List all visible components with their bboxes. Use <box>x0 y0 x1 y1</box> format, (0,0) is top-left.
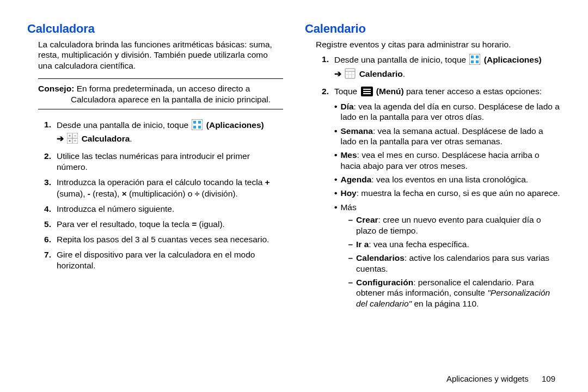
mas-suboptions: Crear: cree un nuevo evento para cualqui… <box>340 215 561 309</box>
opt-mes: Mes: vea el mes en curso. Desplácese hac… <box>334 150 561 171</box>
tip-label: Consejo: <box>38 84 74 93</box>
opt-hoy: Hoy: muestra la fecha en curso, si es qu… <box>334 188 561 198</box>
tip-block: Consejo: En forma predeterminada, un acc… <box>38 78 283 109</box>
calc-step-3: 3. Introduzca la operación para el cálcu… <box>38 177 283 199</box>
calc-step-2: 2. Utilice las teclas numéricas para int… <box>38 151 283 173</box>
sub-crear: Crear: cree un nuevo evento para cualqui… <box>348 215 561 236</box>
menu-options: Día: vea la agenda del día en curso. Des… <box>334 101 561 312</box>
svg-rect-13 <box>471 56 474 58</box>
heading-calculadora: Calculadora <box>27 22 283 36</box>
apps-icon <box>469 54 480 68</box>
opt-agenda: Agenda: vea los eventos en una lista cro… <box>334 174 561 185</box>
column-left: Calculadora La calculadora brinda las fu… <box>27 16 283 365</box>
tip-text: Consejo: En forma predeterminada, un acc… <box>38 83 283 105</box>
sub-calendarios: Calendarios: active los calendarios para… <box>348 253 561 274</box>
apps-icon <box>192 119 203 133</box>
sub-ira: Ir a: vea una fecha específica. <box>348 239 561 249</box>
calc-intro: La calculadora brinda las funciones arit… <box>38 39 283 71</box>
svg-rect-1 <box>193 121 196 124</box>
menu-icon <box>361 87 373 99</box>
cal-step-2: 2. Toque (Menú) para tener acceso a esta… <box>316 86 561 316</box>
heading-calendario: Calendario <box>305 22 561 36</box>
svg-rect-14 <box>476 56 479 58</box>
tip-body: En forma predeterminada, un acceso direc… <box>71 84 271 103</box>
svg-rect-23 <box>363 89 371 90</box>
calc-step-6: 6. Repita los pasos del 3 al 5 cuantas v… <box>38 234 283 245</box>
cal-steps: 1. Desde una pantalla de inicio, toque (… <box>316 54 561 315</box>
opt-mas: Más Crear: cree un nuevo evento para cua… <box>334 202 561 312</box>
opt-semana: Semana: vea la semana actual. Desplácese… <box>334 126 561 147</box>
calc-step-1: 1. Desde una pantalla de inicio, toque (… <box>38 119 283 146</box>
svg-rect-16 <box>476 60 479 63</box>
page-footer: Aplicaciones y widgets 109 <box>446 374 555 383</box>
svg-text:÷: ÷ <box>74 139 76 143</box>
svg-text:+: + <box>69 134 71 138</box>
calc-step-7: 7. Gire el dispositivo para ver la calcu… <box>38 249 283 271</box>
column-right: Calendario Registre eventos y citas para… <box>305 16 561 365</box>
svg-rect-17 <box>345 69 355 78</box>
svg-rect-2 <box>198 121 201 124</box>
svg-rect-24 <box>363 91 371 92</box>
cal-step-1: 1. Desde una pantalla de inicio, toque (… <box>316 54 561 81</box>
page-body: Calculadora La calculadora brinda las fu… <box>0 0 588 370</box>
svg-rect-3 <box>193 126 196 128</box>
footer-page-number: 109 <box>542 374 555 383</box>
svg-text:−: − <box>74 134 76 138</box>
svg-rect-25 <box>363 93 371 94</box>
sub-configuracion: Configuración: personalice el calendario… <box>348 277 561 309</box>
footer-section: Aplicaciones y widgets <box>446 374 529 383</box>
calendar-icon <box>345 68 356 82</box>
svg-text:×: × <box>69 139 71 143</box>
calc-step-4: 4. Introduzca el número siguiente. <box>38 204 283 215</box>
svg-rect-4 <box>198 126 201 128</box>
calc-step-5: 5. Para ver el resultado, toque la tecla… <box>38 219 283 230</box>
svg-rect-15 <box>471 60 474 63</box>
calc-steps: 1. Desde una pantalla de inicio, toque (… <box>38 119 283 272</box>
opt-dia: Día: vea la agenda del día en curso. Des… <box>334 101 561 122</box>
cal-intro: Registre eventos y citas para administra… <box>316 39 561 50</box>
calculator-icon: +−×÷ <box>67 133 78 146</box>
